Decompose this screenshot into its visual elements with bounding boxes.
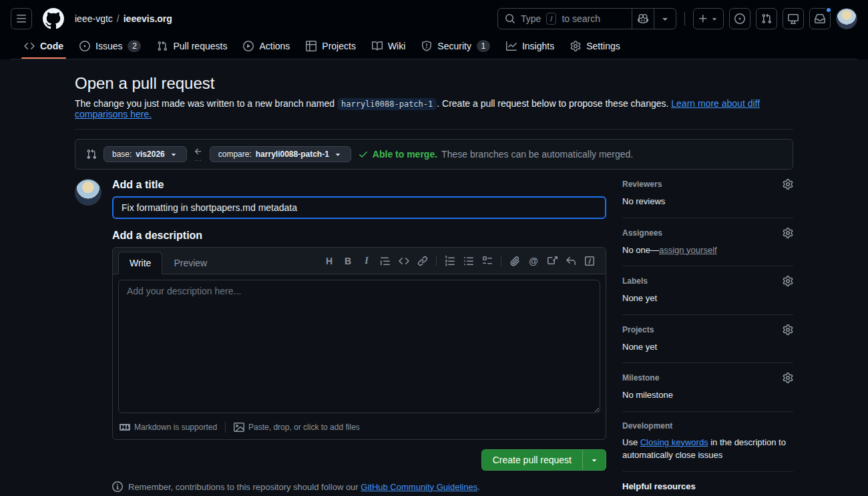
table-icon	[306, 41, 316, 51]
pr-description-textarea[interactable]	[118, 280, 600, 413]
tab-label: Projects	[322, 41, 356, 51]
copilot-button[interactable]	[632, 9, 654, 29]
attach-files-button[interactable]: Paste, drop, or click to add files	[234, 422, 360, 433]
pull-requests-header-button[interactable]	[756, 8, 777, 29]
book-icon	[372, 41, 383, 51]
markdown-icon	[120, 422, 130, 433]
slash-commands-button[interactable]	[580, 252, 599, 270]
device-desktop-icon	[788, 13, 799, 24]
closing-keywords-link[interactable]: Closing keywords	[640, 437, 708, 447]
description-label: Add a description	[112, 230, 606, 242]
tab-wiki[interactable]: Wiki	[367, 34, 411, 58]
footer-divider	[225, 422, 226, 433]
compare-branch-selector[interactable]: compare: harryli0088-patch-1	[210, 146, 351, 162]
paperclip-icon	[509, 256, 520, 266]
page-head: Open a pull request The change you just …	[75, 74, 793, 130]
git-compare-icon	[86, 149, 97, 160]
reply-icon	[566, 256, 576, 266]
description-tabnav: Write Preview H B I	[113, 248, 606, 274]
tasklist-button[interactable]	[478, 252, 497, 270]
create-pull-request-options-caret[interactable]	[582, 449, 606, 471]
subtitle-text: The change you just made was written to …	[75, 98, 335, 109]
subtitle-text: . Create a pull request below to propose…	[437, 98, 668, 109]
issues-count-badge: 2	[128, 40, 141, 52]
create-new-button[interactable]	[693, 8, 724, 29]
attach-file-button[interactable]	[505, 252, 524, 270]
projects-value: None yet	[622, 340, 793, 354]
base-branch-selector[interactable]: base: vis2026	[103, 146, 187, 162]
labels-section: Labels None yet	[622, 276, 793, 315]
tab-pull-requests[interactable]: Pull requests	[152, 34, 232, 58]
title-label: Add a title	[112, 179, 606, 191]
labels-value: None yet	[622, 292, 793, 305]
global-search[interactable]: Type / to search	[497, 8, 676, 29]
notifications-inbox-button[interactable]	[809, 8, 831, 29]
projects-heading: Projects	[622, 325, 654, 334]
milestone-section: Milestone No milestone	[622, 373, 793, 412]
tab-label: Settings	[586, 41, 620, 51]
saved-replies-button[interactable]	[562, 252, 580, 270]
projects-section: Projects None yet	[622, 324, 793, 364]
tab-label: Pull requests	[173, 41, 227, 51]
tab-code[interactable]: Code	[19, 34, 69, 58]
bold-button[interactable]: B	[339, 252, 357, 270]
device-desktop-button[interactable]	[783, 8, 804, 29]
create-pull-request-split-button: Create pull request	[481, 449, 606, 471]
community-guidelines-link[interactable]: GitHub Community Guidelines	[361, 482, 477, 492]
reviewers-gear-button[interactable]	[783, 179, 793, 190]
graph-icon	[506, 41, 517, 51]
italic-button[interactable]: I	[357, 252, 376, 270]
assignees-gear-button[interactable]	[783, 228, 793, 238]
tab-insights[interactable]: Insights	[501, 34, 560, 58]
cross-reference-icon	[547, 256, 558, 266]
breadcrumb: ieee-vgtc / ieeevis.org	[75, 13, 172, 24]
assign-yourself-link[interactable]: assign yourself	[659, 245, 717, 255]
description-panel-footer: Markdown is supported Paste, drop, or cl…	[113, 421, 606, 439]
search-input[interactable]: Type / to search	[498, 9, 632, 29]
quote-button[interactable]	[376, 252, 395, 270]
compare-label: compare:	[218, 150, 252, 159]
breadcrumb-owner-link[interactable]: ieee-vgtc	[75, 13, 113, 24]
tab-actions[interactable]: Actions	[238, 34, 295, 58]
git-pull-request-icon	[761, 13, 772, 24]
contribution-note: Remember, contributions to this reposito…	[112, 481, 606, 492]
cross-reference-button[interactable]	[543, 252, 562, 270]
user-avatar[interactable]	[836, 8, 857, 29]
app-header: ieee-vgtc / ieeevis.org Type / to search	[0, 0, 868, 59]
ordered-list-button[interactable]	[441, 252, 459, 270]
branch-name-chip: harryli0088-patch-1	[337, 98, 437, 110]
slash-key-hint: /	[546, 13, 556, 25]
merge-status: Able to merge. These branches can be aut…	[358, 149, 633, 160]
link-button[interactable]	[413, 252, 432, 270]
gear-icon	[783, 373, 793, 383]
branch-compare-bar: base: vis2026 ... compare: harryli0088-p…	[75, 139, 793, 170]
heading-button[interactable]: H	[320, 252, 339, 270]
tab-issues[interactable]: Issues 2	[74, 33, 146, 59]
code-button[interactable]	[395, 252, 413, 270]
breadcrumb-repo-link[interactable]: ieeevis.org	[124, 13, 172, 24]
gear-icon	[783, 324, 793, 335]
tab-settings[interactable]: Settings	[565, 34, 626, 58]
mention-button[interactable]: @	[524, 252, 543, 270]
create-pull-request-button[interactable]: Create pull request	[481, 449, 582, 471]
markdown-supported-link[interactable]: Markdown is supported	[120, 422, 217, 433]
tab-preview[interactable]: Preview	[162, 252, 218, 274]
tab-write[interactable]: Write	[118, 252, 162, 274]
helpful-resources-heading: Helpful resources	[622, 481, 696, 491]
tasklist-icon	[482, 256, 493, 266]
hamburger-menu-button[interactable]	[11, 8, 32, 29]
github-mark-icon[interactable]	[43, 8, 64, 29]
issues-header-button[interactable]	[729, 8, 750, 29]
pr-title-input[interactable]	[112, 196, 606, 219]
copilot-menu-caret[interactable]	[654, 9, 676, 29]
slash-command-icon	[584, 256, 595, 266]
tab-projects[interactable]: Projects	[300, 34, 361, 58]
projects-gear-button[interactable]	[783, 324, 793, 335]
repo-nav: Code Issues 2 Pull requests Actions Proj…	[11, 33, 857, 59]
quote-icon	[380, 256, 391, 266]
labels-gear-button[interactable]	[783, 276, 793, 286]
tab-security[interactable]: Security 1	[416, 33, 495, 59]
milestone-gear-button[interactable]	[783, 373, 793, 383]
header-divider	[684, 12, 685, 25]
unordered-list-button[interactable]	[459, 252, 478, 270]
